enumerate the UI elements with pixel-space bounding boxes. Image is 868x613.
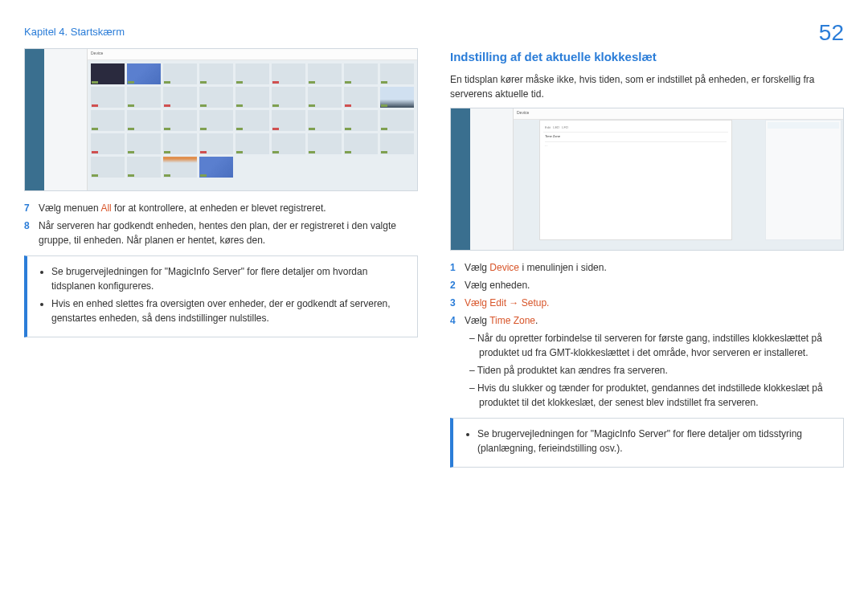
ss-toolbar: Device	[514, 108, 843, 120]
step-7: 7 Vælg menuen All for at kontrollere, at…	[24, 201, 418, 215]
step-text: Vælg Time Zone.	[465, 313, 844, 328]
highlight-all: All	[100, 202, 111, 214]
ss-sidebar	[451, 108, 470, 250]
ss-nav-panel	[44, 49, 88, 190]
content-columns: Device 7 Vælg menuen All for at kontroll…	[24, 48, 844, 468]
right-note-box: Se brugervejledningen for "MagicInfo Ser…	[450, 418, 844, 468]
ss-toolbar: Device	[88, 49, 417, 60]
page-number: 52	[819, 16, 844, 50]
step-3: 3 Vælg Edit → Setup.	[450, 296, 844, 310]
screenshot-device-grid: Device	[24, 48, 418, 191]
note-item: Se brugervejledningen for "MagicInfo Ser…	[477, 427, 833, 456]
ss-grid	[88, 60, 417, 190]
step-text: Vælg enheden.	[465, 278, 844, 292]
left-note-box: Se brugervejledningen for "MagicInfo Ser…	[24, 255, 418, 337]
ss-edit-panel: Edit LED LFD Time Zone · ·	[539, 120, 732, 240]
left-column: Device 7 Vælg menuen All for at kontroll…	[24, 48, 418, 468]
intro-text: En tidsplan kører måske ikke, hvis tiden…	[450, 72, 844, 101]
step-8: 8 Når serveren har godkendt enheden, hen…	[24, 219, 418, 247]
dash-list: Når du opretter forbindelse til serveren…	[450, 331, 844, 410]
step-1: 1 Vælg Device i menulinjen i siden.	[450, 260, 844, 275]
step-num: 1	[450, 260, 458, 275]
right-column: Indstilling af det aktuelle klokkeslæt E…	[450, 48, 844, 468]
chapter-title: Kapitel 4. Startskærm	[24, 24, 125, 40]
screenshot-device-edit: Device Edit LED LFD Time Zone · ·	[450, 108, 844, 251]
step-num: 8	[24, 219, 32, 247]
step-2: 2 Vælg enheden.	[450, 278, 844, 292]
ss-device-label: Device	[517, 110, 529, 115]
dash-item: Hvis du slukker og tænder for produktet,…	[469, 381, 844, 410]
ss-device-label: Device	[91, 51, 103, 55]
step-text: Vælg Edit → Setup.	[465, 296, 844, 310]
dash-item: Når du opretter forbindelse til serveren…	[469, 331, 844, 360]
highlight-edit-setup: Edit → Setup	[489, 297, 547, 309]
right-steps: 1 Vælg Device i menulinjen i siden. 2 Væ…	[450, 260, 844, 328]
step-num: 7	[24, 201, 32, 215]
highlight-timezone: Time Zone	[489, 315, 535, 326]
document-page: Kapitel 4. Startskærm 52 Device 7	[0, 0, 868, 613]
step-4: 4 Vælg Time Zone.	[450, 313, 844, 328]
note-item: Hvis en enhed slettes fra oversigten ove…	[51, 296, 407, 325]
step-num: 3	[450, 296, 458, 310]
note-item: Se brugervejledningen for "MagicInfo Ser…	[51, 264, 407, 293]
ss-nav-panel	[470, 108, 514, 250]
ss-side-panel	[765, 120, 841, 240]
highlight-device: Device	[489, 262, 519, 273]
left-steps: 7 Vælg menuen All for at kontrollere, at…	[24, 201, 418, 247]
ss-sidebar	[25, 49, 44, 190]
header: Kapitel 4. Startskærm 52	[24, 24, 844, 40]
step-num: 4	[450, 313, 458, 328]
dash-item: Tiden på produktet kan ændres fra server…	[469, 363, 844, 378]
step-text: Vælg Device i menulinjen i siden.	[465, 260, 844, 275]
section-title: Indstilling af det aktuelle klokkeslæt	[450, 48, 844, 67]
step-text: Når serveren har godkendt enheden, hente…	[39, 219, 418, 247]
step-text: Vælg menuen All for at kontrollere, at e…	[39, 201, 418, 215]
step-num: 2	[450, 278, 458, 292]
